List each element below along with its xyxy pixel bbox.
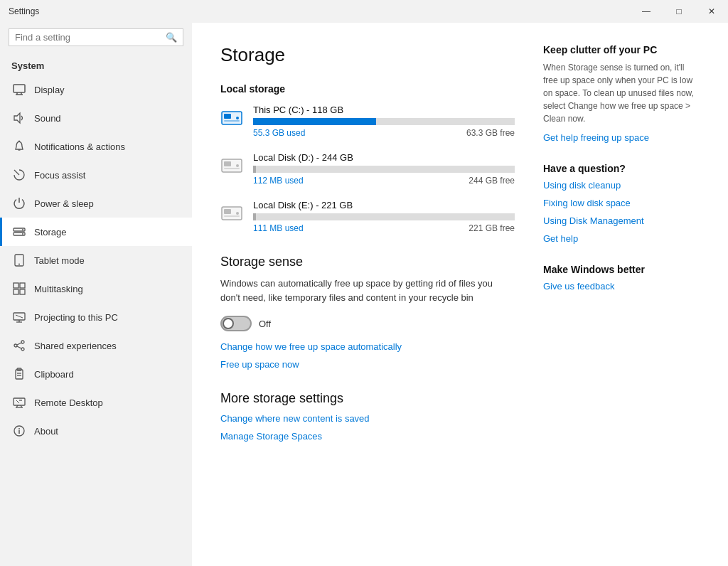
sidebar-item-about[interactable]: About (0, 417, 192, 445)
more-storage-title: More storage settings (220, 391, 515, 406)
drive-d-info: 112 MB used 244 GB free (253, 176, 515, 186)
keep-clutter-desc: When Storage sense is turned on, it'll f… (543, 61, 700, 125)
notifications-icon (11, 139, 27, 154)
drive-d-progress-fill (253, 166, 256, 173)
svg-point-10 (22, 233, 23, 235)
drive-c-progress-fill (253, 118, 376, 125)
drive-e-info: 111 MB used 221 GB free (253, 223, 515, 233)
svg-point-49 (236, 212, 239, 215)
svg-point-9 (22, 229, 23, 230)
sidebar-label-sound: Sound (34, 113, 61, 124)
sidebar-label-display: Display (34, 85, 65, 95)
svg-rect-13 (14, 283, 18, 288)
drive-c-item: This PC (C:) - 118 GB 55.3 GB used 63.3 … (220, 105, 515, 138)
sidebar-item-focus[interactable]: Focus assist (0, 161, 192, 189)
using-disk-cleanup-link[interactable]: Using disk cleanup (543, 180, 700, 191)
drive-c-details: This PC (C:) - 118 GB 55.3 GB used 63.3 … (253, 105, 515, 138)
minimize-button[interactable]: — (630, 0, 663, 23)
content-area: Storage Local storage This PC (C:) - 118… (192, 23, 728, 566)
more-storage-section: More storage settings Change where new c… (220, 391, 515, 442)
sidebar-item-display[interactable]: Display (0, 75, 192, 104)
search-icon: 🔍 (166, 32, 177, 43)
drive-e-free: 221 GB free (469, 223, 515, 233)
drive-d-item: Local Disk (D:) - 244 GB 112 MB used 244… (220, 152, 515, 186)
drive-c-info: 55.3 GB used 63.3 GB free (253, 128, 515, 138)
sidebar-label-clipboard: Clipboard (34, 369, 74, 380)
have-question-section: Have a question? Using disk cleanup Fixi… (543, 163, 700, 244)
storage-sense-title: Storage sense (220, 255, 515, 269)
get-help-link[interactable]: Get help (543, 233, 700, 244)
sidebar-label-projecting: Projecting to this PC (34, 312, 118, 323)
svg-rect-30 (14, 398, 25, 405)
svg-rect-40 (224, 114, 231, 119)
svg-rect-14 (20, 283, 25, 288)
free-up-link[interactable]: Free up space now (220, 359, 515, 370)
drive-e-name: Local Disk (E:) - 221 GB (253, 200, 515, 210)
tablet-icon (11, 252, 27, 268)
fixing-low-disk-link[interactable]: Fixing low disk space (543, 198, 700, 208)
drive-d-name: Local Disk (D:) - 244 GB (253, 152, 515, 163)
display-icon (11, 82, 27, 97)
sidebar-item-projecting[interactable]: Projecting to this PC (0, 303, 192, 331)
svg-line-34 (16, 400, 19, 403)
search-input[interactable] (15, 32, 166, 43)
svg-point-38 (18, 428, 20, 429)
drive-c-used: 55.3 GB used (253, 128, 305, 138)
svg-point-22 (21, 348, 24, 351)
local-storage-title: Local storage (220, 83, 515, 95)
svg-rect-44 (224, 161, 231, 166)
remote-icon (11, 395, 27, 410)
sidebar-item-storage[interactable]: Storage (0, 218, 192, 246)
sound-icon (11, 110, 27, 126)
svg-point-21 (21, 341, 24, 343)
drive-e-used: 111 MB used (253, 223, 304, 233)
drive-c-free: 63.3 GB free (466, 128, 515, 138)
sidebar-label-power: Power & sleep (34, 198, 94, 209)
drive-d-progress-bg (253, 166, 515, 173)
svg-rect-50 (224, 215, 240, 217)
multitasking-icon (11, 281, 27, 297)
storage-sense-toggle[interactable] (220, 316, 252, 331)
sidebar-label-shared: Shared experiences (34, 341, 117, 351)
sidebar-item-clipboard[interactable]: Clipboard (0, 360, 192, 388)
window-controls: — □ ✕ (630, 0, 728, 23)
sidebar-item-remote[interactable]: Remote Desktop (0, 388, 192, 417)
sidebar-label-storage: Storage (34, 227, 67, 237)
manage-spaces-link[interactable]: Manage Storage Spaces (220, 431, 515, 442)
give-feedback-link[interactable]: Give us feedback (543, 281, 700, 292)
make-better-section: Make Windows better Give us feedback (543, 264, 700, 292)
drive-e-progress-bg (253, 213, 515, 220)
content-main: Storage Local storage This PC (C:) - 118… (220, 44, 515, 545)
sidebar-item-multitasking[interactable]: Multitasking (0, 274, 192, 303)
sidebar-item-power[interactable]: Power & sleep (0, 189, 192, 218)
change-link[interactable]: Change how we free up space automaticall… (220, 341, 515, 352)
sidebar-item-tablet[interactable]: Tablet mode (0, 246, 192, 274)
search-box[interactable]: 🔍 (9, 28, 183, 46)
app-title: Settings (9, 6, 39, 16)
keep-clutter-title: Keep clutter off your PC (543, 44, 700, 55)
change-content-link[interactable]: Change where new content is saved (220, 413, 515, 424)
maximize-button[interactable]: □ (663, 0, 695, 23)
clipboard-icon (11, 366, 27, 382)
sidebar-item-notifications[interactable]: Notifications & actions (0, 132, 192, 161)
svg-point-12 (18, 264, 20, 265)
drive-e-icon (220, 201, 243, 224)
keep-clutter-section: Keep clutter off your PC When Storage se… (543, 44, 700, 143)
toggle-label: Off (259, 319, 271, 329)
sidebar-label-notifications: Notifications & actions (34, 142, 125, 152)
drive-d-details: Local Disk (D:) - 244 GB 112 MB used 244… (253, 152, 515, 186)
help-freeing-link[interactable]: Get help freeing up space (543, 132, 700, 143)
sidebar: 🔍 System Display Sound Notifications & a… (0, 23, 192, 566)
drive-e-details: Local Disk (E:) - 221 GB 111 MB used 221… (253, 200, 515, 233)
drive-e-item: Local Disk (E:) - 221 GB 111 MB used 221… (220, 200, 515, 233)
sidebar-label-tablet: Tablet mode (34, 255, 85, 266)
close-button[interactable]: ✕ (695, 0, 728, 23)
svg-line-24 (17, 343, 21, 345)
sidebar-item-sound[interactable]: Sound (0, 104, 192, 132)
svg-point-6 (18, 141, 20, 142)
right-panel: Keep clutter off your PC When Storage se… (543, 44, 700, 545)
storage-icon (11, 224, 27, 240)
sidebar-item-shared[interactable]: Shared experiences (0, 331, 192, 360)
svg-rect-16 (20, 289, 25, 294)
using-disk-management-link[interactable]: Using Disk Management (543, 215, 700, 226)
